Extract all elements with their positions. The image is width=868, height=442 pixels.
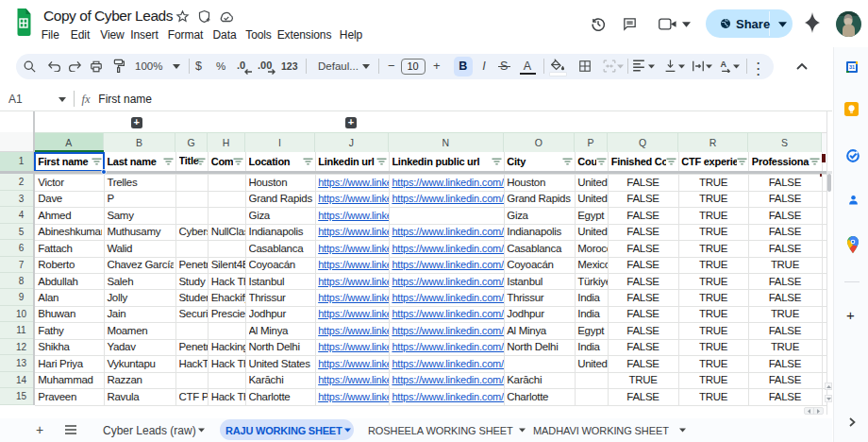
svg-text:31: 31: [849, 64, 855, 70]
svg-text:A: A: [721, 60, 727, 69]
